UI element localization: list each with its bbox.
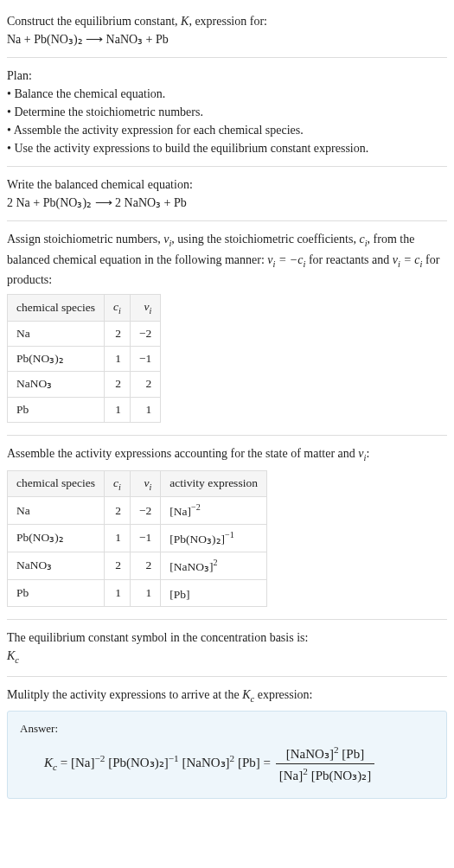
col-species: chemical species [8,295,105,322]
col-ci: ci [105,295,131,322]
k-symbol: K [181,15,189,28]
ae-base: [NaNO₃] [169,559,213,572]
intro-line: Construct the equilibrium constant, K, e… [7,12,447,30]
equals: = [57,756,71,769]
divider [7,57,447,58]
table-row: Pb(NO₃)₂ 1 −1 [8,347,161,372]
balanced-section: Write the balanced chemical equation: 2 … [7,170,447,217]
plan-bullet: • Determine the stoichiometric numbers. [7,103,447,121]
nu-eq: νi = −ci [267,253,305,266]
num-b: [Pb] [339,747,365,761]
table-row: NaNO₃ 2 2 [NaNO₃]2 [8,552,267,579]
cell-ci: 1 [105,347,131,372]
t1-base: [Na] [71,756,94,769]
num-a: [NaNO₃] [286,747,334,761]
cell-ci: 2 [105,497,131,525]
activity-a: Assemble the activity expressions accoun… [7,447,358,460]
balanced-equation: 2 Na + Pb(NO₃)₂ ⟶ 2 NaNO₃ + Pb [7,194,447,212]
plan-b4: Use the activity expressions to build th… [14,142,368,155]
divider [7,166,447,167]
plan-b2: Determine the stoichiometric numbers. [14,105,203,118]
cell-vi: 1 [130,397,160,422]
cell-species: NaNO₃ [8,372,105,397]
basis-line: The equilibrium constant symbol in the c… [7,629,447,647]
cell-vi: 1 [130,579,160,607]
basis-section: The equilibrium constant symbol in the c… [7,623,447,673]
cell-vi: −1 [130,347,160,372]
cell-vi: 2 [130,372,160,397]
kc-symbol: Kc [7,647,447,667]
nu-eq2: νi = ci [393,253,423,266]
plan-bullet: • Assemble the activity expression for e… [7,121,447,139]
fraction-numerator: [NaNO₃]2 [Pb] [276,743,374,765]
table-row: Pb(NO₃)₂ 1 −1 [Pb(NO₃)₂]−1 [8,525,267,552]
stoich-a: Assign stoichiometric numbers, [7,233,163,246]
cell-vi: −1 [130,525,160,552]
multiply-section: Mulitply the activity expressions to arr… [7,680,447,804]
multiply-line: Mulitply the activity expressions to arr… [7,686,447,706]
ae-exp: 2 [214,558,218,567]
plan-bullet: • Balance the chemical equation. [7,85,447,103]
ae-exp: −2 [191,502,201,512]
stoich-b: , using the stoichiometric coefficients, [171,233,359,246]
t2-base: [Pb(NO₃)₂] [108,756,169,769]
multiply-b: expression: [254,688,312,701]
table-header-row: chemical species ci νi activity expressi… [8,470,267,497]
ae-base: [Pb] [169,587,189,600]
ae-exp: −1 [225,530,234,539]
ae-base: [Na] [169,505,191,518]
answer-equation: Kc = [Na]−2 [Pb(NO₃)₂]−1 [NaNO₃]2 [Pb] =… [20,743,434,786]
col-species: chemical species [8,470,105,497]
equals2: = [264,756,274,769]
cell-species: Na [8,321,105,346]
intro-section: Construct the equilibrium constant, K, e… [7,7,447,54]
fraction-denominator: [Na]2 [Pb(NO₃)₂] [276,764,374,786]
nu-i: νi [163,233,171,246]
divider [7,220,447,221]
balanced-heading: Write the balanced chemical equation: [7,176,447,194]
cell-activity: [Pb(NO₃)₂]−1 [161,525,267,552]
c-i: ci [359,233,367,246]
plan-b3: Assemble the activity expression for eac… [14,124,304,137]
fraction: [NaNO₃]2 [Pb] [Na]2 [Pb(NO₃)₂] [276,743,374,786]
cell-activity: [Pb] [161,579,267,607]
activity-table: chemical species ci νi activity expressi… [7,470,267,608]
k-letter: K [44,756,53,769]
den-b: [Pb(NO₃)₂] [308,769,371,782]
cell-vi: −2 [130,497,160,525]
term3: [NaNO₃]2 [182,756,234,769]
col-vi: νi [130,295,160,322]
table-row: Pb 1 1 [8,397,161,422]
unbalanced-equation: Na + Pb(NO₃)₂ ⟶ NaNO₃ + Pb [7,30,447,48]
table-row: Na 2 −2 [8,321,161,346]
col-vi: νi [130,470,160,497]
den-a: [Na] [279,769,303,782]
table-row: Pb 1 1 [Pb] [8,579,267,607]
stoich-table: chemical species ci νi Na 2 −2 Pb(NO₃)₂ … [7,294,161,423]
cell-ci: 2 [105,372,131,397]
answer-label: Answer: [20,720,434,737]
k-sub: c [15,655,19,665]
activity-b: : [366,447,369,460]
cell-species: Na [8,497,105,525]
table-row: NaNO₃ 2 2 [8,372,161,397]
table-header-row: chemical species ci νi [8,295,161,322]
divider [7,619,447,620]
term4: [Pb] [238,756,260,769]
divider [7,676,447,677]
cell-ci: 1 [105,579,131,607]
plan-bullet: • Use the activity expressions to build … [7,139,447,157]
table-row: Na 2 −2 [Na]−2 [8,497,267,525]
cell-ci: 2 [105,552,131,579]
kc-inline: Kc [242,688,254,701]
stoich-d: for reactants and [305,253,392,266]
cell-ci: 2 [105,321,131,346]
cell-activity: [NaNO₃]2 [161,552,267,579]
cell-species: Pb(NO₃)₂ [8,525,105,552]
ae-base: [Pb(NO₃)₂] [169,533,225,546]
plan-section: Plan: • Balance the chemical equation. •… [7,61,447,163]
cell-ci: 1 [105,397,131,422]
cell-species: Pb [8,579,105,607]
term2: [Pb(NO₃)₂]−1 [108,756,178,769]
stoich-section: Assign stoichiometric numbers, νi, using… [7,225,447,431]
